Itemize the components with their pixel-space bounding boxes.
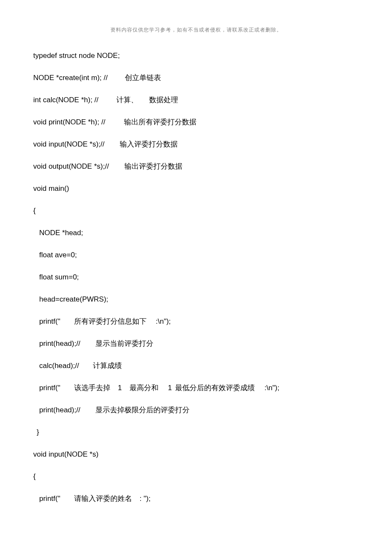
string-text: 该选手去掉 <box>74 384 110 392</box>
string-text: 请输入评委的姓名 <box>74 495 132 503</box>
code-line: typedef struct node NODE; <box>33 52 366 59</box>
code-line: NODE *head; <box>33 229 366 236</box>
code-text: void print(NODE *h); // <box>33 118 105 126</box>
code-text: :\n"); <box>264 384 279 392</box>
comment-text: 创立单链表 <box>125 74 161 82</box>
comment-text: 显示去掉极限分后的评委打分 <box>95 406 190 414</box>
code-line: void main() <box>33 185 366 192</box>
code-text: void input(NODE *s);// <box>33 140 104 148</box>
code-line: head=create(PWRS); <box>33 296 366 303</box>
code-line: printf("请输入评委的姓名: "); <box>33 495 366 502</box>
code-line: void print(NODE *h); //输出所有评委打分数据 <box>33 118 366 126</box>
code-line: print(head);//显示去掉极限分后的评委打分 <box>33 406 366 414</box>
string-text: 最高分和 <box>130 384 159 392</box>
code-text: NODE *head; <box>39 229 83 237</box>
comment-text: 输入评委打分数据 <box>120 140 178 148</box>
code-text: void output(NODE *s);// <box>33 162 109 170</box>
comment-text: 计算、 <box>116 96 138 104</box>
header-disclaimer: 资料内容仅供您学习参考，如有不当或者侵权，请联系改正或者删除。 <box>0 26 392 34</box>
code-line: void output(NODE *s);//输出评委打分数据 <box>33 163 366 170</box>
code-line: printf("该选手去掉1最高分和1最低分后的有效评委成绩:\n"); <box>33 384 366 391</box>
code-line: { <box>33 207 366 214</box>
code-text: } <box>37 428 39 436</box>
code-text: float sum=0; <box>39 273 79 281</box>
code-text: 1 <box>118 384 122 392</box>
comment-text: 输出评委打分数据 <box>124 162 182 170</box>
code-text: { <box>33 472 36 480</box>
comment-text: 显示当前评委打分 <box>95 339 153 348</box>
code-text: float ave=0; <box>39 251 77 259</box>
code-text: printf(" <box>39 495 61 503</box>
code-text: :\n"); <box>156 317 171 325</box>
code-line: calc(head);//计算成绩 <box>33 362 366 369</box>
code-text: : "); <box>140 495 151 503</box>
code-line: print(head);//显示当前评委打分 <box>33 340 366 347</box>
code-text: int calc(NODE *h); // <box>33 96 98 104</box>
code-line: NODE *create(int m); //创立单链表 <box>33 74 366 81</box>
code-line: void input(NODE *s) <box>33 451 366 458</box>
comment-text: 计算成绩 <box>93 362 122 370</box>
code-text: void input(NODE *s) <box>33 450 98 458</box>
code-text: NODE *create(int m); // <box>33 74 108 82</box>
code-text: { <box>33 207 36 215</box>
code-text: printf(" <box>39 317 61 325</box>
code-line: float ave=0; <box>33 251 366 259</box>
code-line: printf("所有评委打分信息如下:\n"); <box>33 318 366 325</box>
code-text: typedef struct node NODE; <box>33 52 120 60</box>
string-text: 最低分后的有效评委成绩 <box>175 384 255 392</box>
code-block: typedef struct node NODE; NODE *create(i… <box>33 52 366 517</box>
code-text: print(head);// <box>39 339 80 348</box>
string-text: 所有评委打分信息如下 <box>74 317 147 325</box>
code-text: void main() <box>33 184 69 193</box>
code-line: } <box>33 428 366 436</box>
comment-text: 数据处理 <box>149 96 178 104</box>
code-text: printf(" <box>39 384 61 392</box>
code-text: head=create(PWRS); <box>39 295 108 303</box>
comment-text: 输出所有评委打分数据 <box>124 118 196 126</box>
code-line: float sum=0; <box>33 273 366 281</box>
code-line: void input(NODE *s);//输入评委打分数据 <box>33 141 366 148</box>
code-text: calc(head);// <box>39 362 79 370</box>
code-text: print(head);// <box>39 406 80 414</box>
code-line: { <box>33 473 366 480</box>
code-line: int calc(NODE *h); //计算、数据处理 <box>33 96 366 104</box>
code-text: 1 <box>168 384 172 392</box>
